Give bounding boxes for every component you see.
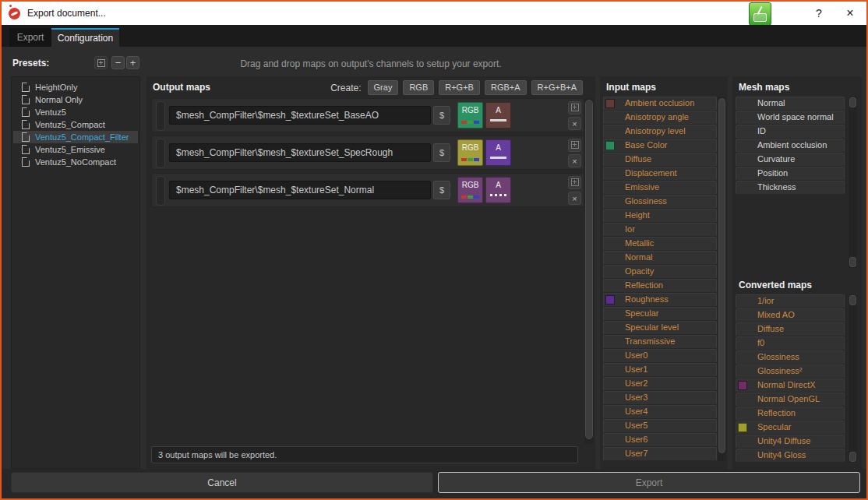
input-map-item[interactable]: User7 [603, 447, 717, 461]
tab-configuration[interactable]: Configuration [51, 28, 119, 47]
duplicate-output-button[interactable] [568, 139, 581, 152]
tab-export[interactable]: Export [9, 28, 51, 47]
scrollbar-thumb[interactable] [585, 100, 593, 439]
drag-handle-icon[interactable] [156, 176, 165, 206]
alpha-channel-chip[interactable]: A [485, 139, 511, 166]
input-map-item[interactable]: Normal [603, 251, 717, 265]
delete-output-button[interactable]: × [568, 117, 581, 130]
input-map-item[interactable]: User4 [603, 405, 717, 419]
input-map-item[interactable]: Reflection [603, 279, 717, 293]
input-map-item[interactable]: Displacement [603, 167, 717, 181]
output-path-input[interactable] [169, 181, 431, 199]
input-maps-scrollbar[interactable] [718, 97, 726, 461]
mesh-map-item[interactable]: Curvature [736, 153, 845, 167]
converted-map-item[interactable]: Unity4 Gloss [736, 449, 845, 463]
screenshot-tool-icon[interactable] [749, 2, 771, 26]
input-map-item[interactable]: User5 [603, 419, 717, 433]
input-map-item[interactable]: Metallic [603, 237, 717, 251]
output-path-input[interactable] [169, 106, 431, 125]
rgb-channel-chip[interactable]: RGB [457, 102, 483, 129]
duplicate-output-button[interactable] [568, 176, 581, 189]
input-map-item[interactable]: Base Color [603, 139, 717, 153]
input-map-item[interactable]: Ior [603, 223, 717, 237]
create-channel-button[interactable]: RGB+A [485, 80, 527, 95]
drag-handle-icon[interactable] [156, 139, 165, 168]
mesh-map-item[interactable]: ID [736, 125, 845, 139]
input-map-item[interactable]: Specular [603, 307, 717, 321]
help-button[interactable]: ? [806, 2, 832, 25]
converted-map-item[interactable]: Reflection [736, 407, 845, 421]
converted-maps-scrollbar[interactable] [849, 294, 857, 463]
delete-output-button[interactable]: × [568, 192, 581, 205]
converted-map-item[interactable]: Unity4 Diffuse [736, 435, 845, 449]
alpha-channel-chip[interactable]: A [485, 102, 511, 129]
input-map-item[interactable]: Emissive [603, 181, 717, 195]
chip-label: RGB [458, 143, 482, 152]
mesh-map-item[interactable]: Position [736, 167, 845, 181]
rgb-channel-chip[interactable]: RGB [457, 177, 483, 203]
converted-map-item[interactable]: 1/ior [736, 294, 845, 308]
scrollbar-thumb[interactable] [849, 257, 856, 267]
converted-map-item[interactable]: Normal DirectX [736, 379, 845, 393]
output-path-input[interactable] [169, 143, 431, 162]
input-map-item[interactable]: User2 [603, 377, 717, 391]
scrollbar-thumb[interactable] [849, 97, 856, 107]
map-label: User0 [625, 350, 647, 360]
preset-item[interactable]: Ventuz5_Compact [13, 118, 138, 131]
converted-map-item[interactable]: Normal OpenGL [736, 393, 845, 407]
input-map-item[interactable]: Glossiness [603, 195, 717, 209]
mesh-map-item[interactable]: World space normal [736, 111, 845, 125]
mesh-map-item[interactable]: Ambient occlusion [736, 139, 845, 153]
add-preset-button[interactable]: + [126, 56, 139, 69]
input-map-item[interactable]: User3 [603, 391, 717, 405]
input-map-item[interactable]: Transmissive [603, 335, 717, 349]
input-map-item[interactable]: User6 [603, 433, 717, 447]
converted-map-item[interactable]: Glossiness [736, 350, 845, 364]
converted-map-item[interactable]: Specular [736, 421, 845, 435]
input-map-item[interactable]: Diffuse [603, 153, 717, 167]
pattern-dollar-button[interactable]: $ [433, 106, 450, 125]
export-button[interactable]: Export [438, 472, 860, 493]
input-map-item[interactable]: User1 [603, 363, 717, 377]
rgb-channel-chip[interactable]: RGB [457, 139, 483, 166]
mesh-map-item[interactable]: Thickness [736, 181, 845, 195]
input-map-item[interactable]: Ambient occlusion [603, 97, 717, 111]
delete-output-button[interactable]: × [568, 154, 581, 167]
create-channel-button[interactable]: R+G+B+A [531, 80, 583, 95]
drag-handle-icon[interactable] [156, 101, 165, 131]
duplicate-preset-button[interactable] [94, 56, 108, 69]
cancel-button[interactable]: Cancel [11, 472, 433, 493]
converted-map-item[interactable]: Diffuse [736, 322, 845, 336]
scrollbar-thumb[interactable] [718, 98, 725, 453]
mesh-maps-scrollbar[interactable] [849, 97, 857, 268]
preset-item[interactable]: Ventuz5 [13, 106, 138, 118]
preset-item[interactable]: Ventuz5_Compact_Filter [13, 131, 138, 143]
input-map-item[interactable]: User0 [603, 349, 717, 363]
input-map-item[interactable]: Specular level [603, 321, 717, 335]
input-map-item[interactable]: Anisotropy level [603, 125, 717, 139]
preset-item[interactable]: Ventuz5_NoCompact [13, 156, 138, 168]
alpha-channel-chip[interactable]: A [485, 177, 511, 203]
pattern-dollar-button[interactable]: $ [433, 143, 450, 162]
mesh-map-item[interactable]: Normal [736, 97, 845, 111]
preset-item[interactable]: HeightOnly [13, 81, 138, 93]
create-channel-button[interactable]: RGB [403, 80, 434, 95]
duplicate-output-button[interactable] [568, 101, 581, 114]
create-channel-button[interactable]: Gray [368, 80, 399, 95]
converted-map-item[interactable]: Mixed AO [736, 308, 845, 322]
remove-preset-button[interactable]: − [111, 56, 125, 69]
create-channel-button[interactable]: R+G+B [439, 80, 480, 95]
scrollbar-thumb[interactable] [849, 295, 856, 305]
converted-map-item[interactable]: f0 [736, 336, 845, 350]
input-map-item[interactable]: Anisotropy angle [603, 111, 717, 125]
output-scrollbar[interactable] [584, 98, 594, 444]
close-button[interactable]: × [837, 2, 863, 25]
preset-item[interactable]: Ventuz5_Emissive [13, 143, 138, 156]
input-map-item[interactable]: Roughness [603, 293, 717, 307]
input-map-item[interactable]: Opacity [603, 265, 717, 279]
pattern-dollar-button[interactable]: $ [433, 181, 450, 199]
scrollbar-thumb[interactable] [849, 452, 856, 462]
input-map-item[interactable]: Height [603, 209, 717, 223]
preset-item[interactable]: Normal Only [13, 93, 138, 106]
converted-map-item[interactable]: Glossiness² [736, 364, 845, 379]
